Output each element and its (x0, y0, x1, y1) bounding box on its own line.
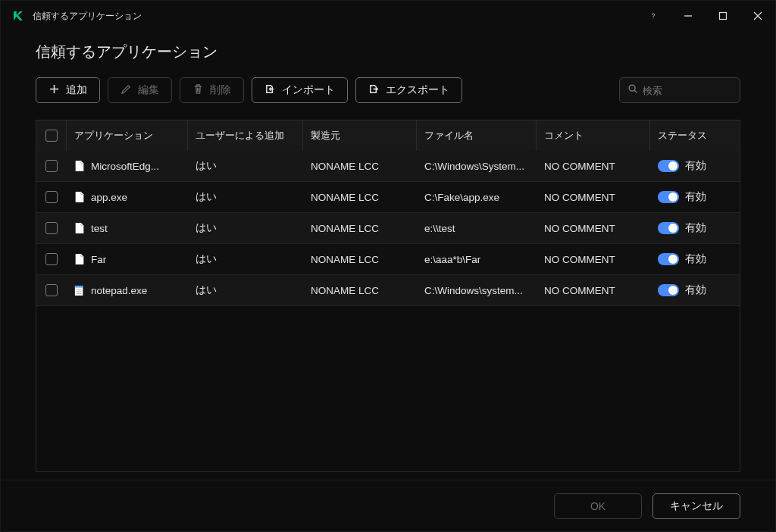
checkbox-icon (45, 284, 58, 296)
plus-icon (48, 83, 60, 97)
cell-user-added: はい (188, 252, 303, 266)
export-button[interactable]: エクスポート (355, 77, 462, 103)
table-header: アプリケーション ユーザーによる追加 製造元 ファイル名 コメント ステータス (36, 120, 740, 151)
cell-user-added: はい (188, 159, 303, 173)
trusted-apps-table: アプリケーション ユーザーによる追加 製造元 ファイル名 コメント ステータス … (36, 120, 740, 472)
app-name: MicrosoftEdg... (91, 161, 159, 172)
status-toggle[interactable] (658, 253, 679, 265)
header-manufacturer[interactable]: 製造元 (303, 120, 417, 151)
import-button[interactable]: インポート (252, 77, 348, 103)
cell-file-name: C:\Windows\system... (417, 285, 537, 296)
svg-rect-2 (720, 13, 727, 20)
content: 信頼するアプリケーション 追加 編集 削除 インポート エクスポート (1, 31, 775, 480)
minimize-button[interactable] (671, 1, 706, 31)
export-label: エクスポート (386, 83, 449, 97)
cell-manufacturer: NONAME LCC (303, 285, 417, 296)
status-label: 有効 (685, 221, 706, 235)
status-toggle[interactable] (658, 160, 679, 172)
cell-comment: NO COMMENT (537, 192, 650, 203)
status-toggle[interactable] (658, 284, 679, 296)
row-checkbox[interactable] (36, 160, 67, 172)
add-button[interactable]: 追加 (36, 77, 100, 103)
help-button[interactable] (636, 1, 671, 31)
cell-comment: NO COMMENT (537, 254, 650, 265)
maximize-button[interactable] (706, 1, 740, 31)
delete-label: 削除 (210, 83, 231, 97)
export-icon (368, 83, 380, 97)
app-logo-icon (11, 9, 25, 23)
cell-status: 有効 (650, 159, 740, 173)
header-select-all[interactable] (36, 120, 67, 151)
import-label: インポート (282, 83, 335, 97)
cancel-button[interactable]: キャンセル (652, 493, 740, 519)
header-application[interactable]: アプリケーション (67, 120, 188, 151)
cell-application: notepad.exe (67, 284, 188, 296)
row-checkbox[interactable] (36, 284, 67, 296)
status-label: 有効 (685, 159, 706, 173)
toolbar: 追加 編集 削除 インポート エクスポート (36, 77, 740, 103)
cell-user-added: はい (188, 221, 303, 235)
edit-label: 編集 (138, 83, 159, 97)
svg-rect-10 (75, 286, 83, 288)
table-row[interactable]: app.exeはいNONAME LCCC:\Fake\app.exeNO COM… (36, 182, 740, 213)
table-row[interactable]: FarはいNONAME LCCe:\aaa*b\FarNO COMMENT有効 (36, 244, 740, 275)
cell-status: 有効 (650, 252, 740, 266)
pencil-icon (120, 83, 132, 97)
header-file-name[interactable]: ファイル名 (417, 120, 537, 151)
cell-application: Far (67, 253, 188, 265)
cell-application: test (67, 222, 188, 234)
status-label: 有効 (685, 283, 706, 297)
cell-status: 有効 (650, 283, 740, 297)
cell-status: 有効 (650, 190, 740, 204)
cell-application: app.exe (67, 191, 188, 203)
row-checkbox[interactable] (36, 222, 67, 234)
search-box[interactable] (619, 77, 740, 103)
checkbox-icon (45, 191, 58, 203)
status-toggle[interactable] (658, 191, 679, 203)
table-row[interactable]: testはいNONAME LCCe:\\testNO COMMENT有効 (36, 213, 740, 244)
app-name: app.exe (91, 192, 127, 203)
titlebar: 信頼するアプリケーション (1, 1, 775, 31)
cell-file-name: C:\Windows\System... (417, 161, 537, 172)
import-icon (264, 83, 276, 97)
search-input[interactable] (643, 85, 770, 96)
row-checkbox[interactable] (36, 253, 67, 265)
status-label: 有効 (685, 252, 706, 266)
ok-button[interactable]: OK (554, 493, 642, 519)
status-toggle[interactable] (658, 222, 679, 234)
edit-button[interactable]: 編集 (108, 77, 172, 103)
cell-manufacturer: NONAME LCC (303, 161, 417, 172)
page-title: 信頼するアプリケーション (36, 42, 740, 62)
cell-file-name: C:\Fake\app.exe (417, 192, 537, 203)
window-title: 信頼するアプリケーション (33, 10, 142, 23)
add-label: 追加 (66, 83, 87, 97)
row-checkbox[interactable] (36, 191, 67, 203)
cell-manufacturer: NONAME LCC (303, 254, 417, 265)
header-comment[interactable]: コメント (537, 120, 650, 151)
header-status[interactable]: ステータス (650, 120, 740, 151)
svg-line-8 (634, 90, 637, 92)
cell-file-name: e:\\test (417, 223, 537, 234)
window: 信頼するアプリケーション 信頼するアプリケーション 追加 編集 (0, 0, 776, 532)
cell-user-added: はい (188, 283, 303, 297)
checkbox-icon (45, 253, 58, 265)
cell-comment: NO COMMENT (537, 223, 650, 234)
search-icon (627, 83, 638, 97)
header-user-added[interactable]: ユーザーによる追加 (188, 120, 303, 151)
trash-icon (192, 83, 204, 97)
cell-status: 有効 (650, 221, 740, 235)
cell-file-name: e:\aaa*b\Far (417, 254, 537, 265)
cell-user-added: はい (188, 190, 303, 204)
status-label: 有効 (685, 190, 706, 204)
close-button[interactable] (740, 1, 775, 31)
footer: OK キャンセル (1, 480, 775, 531)
cell-application: MicrosoftEdg... (67, 160, 188, 172)
checkbox-icon (45, 160, 58, 172)
cell-manufacturer: NONAME LCC (303, 192, 417, 203)
checkbox-icon (45, 130, 58, 142)
table-row[interactable]: notepad.exeはいNONAME LCCC:\Windows\system… (36, 275, 740, 306)
delete-button[interactable]: 削除 (180, 77, 244, 103)
svg-point-0 (653, 18, 654, 19)
table-row[interactable]: MicrosoftEdg...はいNONAME LCCC:\Windows\Sy… (36, 151, 740, 182)
table-body: MicrosoftEdg...はいNONAME LCCC:\Windows\Sy… (36, 151, 740, 471)
